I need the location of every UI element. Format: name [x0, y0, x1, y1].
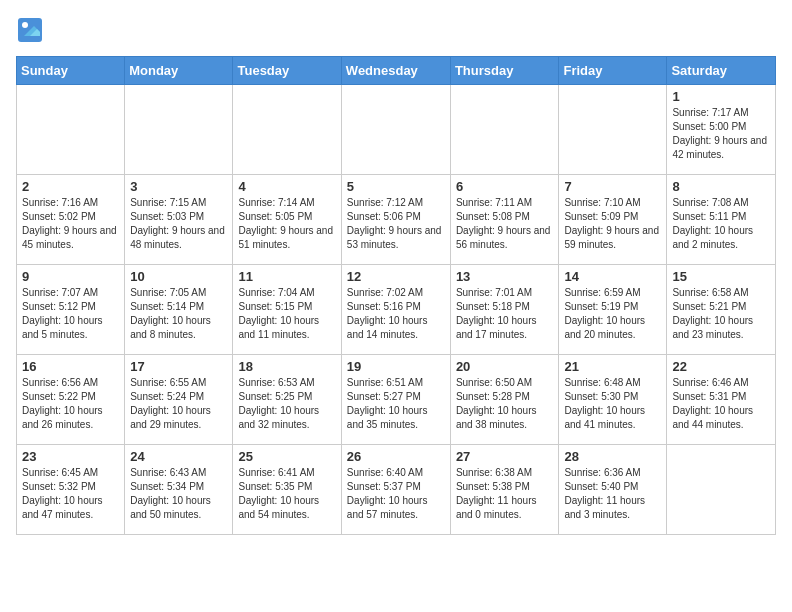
day-number: 1	[672, 89, 770, 104]
day-number: 9	[22, 269, 119, 284]
day-info: Sunrise: 7:17 AM Sunset: 5:00 PM Dayligh…	[672, 106, 770, 162]
logo-icon	[16, 16, 44, 44]
calendar-day-cell	[233, 85, 341, 175]
day-number: 2	[22, 179, 119, 194]
day-number: 17	[130, 359, 227, 374]
calendar-week-row: 2Sunrise: 7:16 AM Sunset: 5:02 PM Daylig…	[17, 175, 776, 265]
day-info: Sunrise: 6:40 AM Sunset: 5:37 PM Dayligh…	[347, 466, 445, 522]
day-of-week-header: Sunday	[17, 57, 125, 85]
day-info: Sunrise: 6:46 AM Sunset: 5:31 PM Dayligh…	[672, 376, 770, 432]
calendar-day-cell	[341, 85, 450, 175]
day-number: 3	[130, 179, 227, 194]
calendar-day-cell: 1Sunrise: 7:17 AM Sunset: 5:00 PM Daylig…	[667, 85, 776, 175]
day-number: 6	[456, 179, 554, 194]
day-number: 13	[456, 269, 554, 284]
calendar-day-cell: 26Sunrise: 6:40 AM Sunset: 5:37 PM Dayli…	[341, 445, 450, 535]
day-of-week-header: Monday	[125, 57, 233, 85]
calendar-day-cell: 22Sunrise: 6:46 AM Sunset: 5:31 PM Dayli…	[667, 355, 776, 445]
calendar-day-cell	[559, 85, 667, 175]
calendar-day-cell: 7Sunrise: 7:10 AM Sunset: 5:09 PM Daylig…	[559, 175, 667, 265]
day-info: Sunrise: 6:48 AM Sunset: 5:30 PM Dayligh…	[564, 376, 661, 432]
day-number: 11	[238, 269, 335, 284]
day-number: 21	[564, 359, 661, 374]
calendar-week-row: 1Sunrise: 7:17 AM Sunset: 5:00 PM Daylig…	[17, 85, 776, 175]
day-info: Sunrise: 7:07 AM Sunset: 5:12 PM Dayligh…	[22, 286, 119, 342]
day-number: 19	[347, 359, 445, 374]
day-info: Sunrise: 7:15 AM Sunset: 5:03 PM Dayligh…	[130, 196, 227, 252]
day-info: Sunrise: 6:36 AM Sunset: 5:40 PM Dayligh…	[564, 466, 661, 522]
calendar-day-cell: 2Sunrise: 7:16 AM Sunset: 5:02 PM Daylig…	[17, 175, 125, 265]
day-info: Sunrise: 6:56 AM Sunset: 5:22 PM Dayligh…	[22, 376, 119, 432]
calendar-day-cell	[667, 445, 776, 535]
day-number: 10	[130, 269, 227, 284]
calendar-day-cell: 3Sunrise: 7:15 AM Sunset: 5:03 PM Daylig…	[125, 175, 233, 265]
day-number: 28	[564, 449, 661, 464]
day-number: 12	[347, 269, 445, 284]
day-info: Sunrise: 7:05 AM Sunset: 5:14 PM Dayligh…	[130, 286, 227, 342]
day-number: 18	[238, 359, 335, 374]
calendar-day-cell: 28Sunrise: 6:36 AM Sunset: 5:40 PM Dayli…	[559, 445, 667, 535]
day-info: Sunrise: 7:14 AM Sunset: 5:05 PM Dayligh…	[238, 196, 335, 252]
day-number: 20	[456, 359, 554, 374]
calendar-day-cell: 11Sunrise: 7:04 AM Sunset: 5:15 PM Dayli…	[233, 265, 341, 355]
day-info: Sunrise: 6:58 AM Sunset: 5:21 PM Dayligh…	[672, 286, 770, 342]
calendar-day-cell: 25Sunrise: 6:41 AM Sunset: 5:35 PM Dayli…	[233, 445, 341, 535]
calendar-day-cell: 27Sunrise: 6:38 AM Sunset: 5:38 PM Dayli…	[450, 445, 559, 535]
calendar-day-cell: 20Sunrise: 6:50 AM Sunset: 5:28 PM Dayli…	[450, 355, 559, 445]
day-info: Sunrise: 6:51 AM Sunset: 5:27 PM Dayligh…	[347, 376, 445, 432]
calendar-day-cell: 9Sunrise: 7:07 AM Sunset: 5:12 PM Daylig…	[17, 265, 125, 355]
logo	[16, 16, 46, 44]
day-of-week-header: Tuesday	[233, 57, 341, 85]
day-of-week-header: Thursday	[450, 57, 559, 85]
day-number: 25	[238, 449, 335, 464]
day-info: Sunrise: 6:38 AM Sunset: 5:38 PM Dayligh…	[456, 466, 554, 522]
day-number: 27	[456, 449, 554, 464]
day-info: Sunrise: 7:16 AM Sunset: 5:02 PM Dayligh…	[22, 196, 119, 252]
calendar-day-cell: 24Sunrise: 6:43 AM Sunset: 5:34 PM Dayli…	[125, 445, 233, 535]
calendar-table: SundayMondayTuesdayWednesdayThursdayFrid…	[16, 56, 776, 535]
day-info: Sunrise: 6:53 AM Sunset: 5:25 PM Dayligh…	[238, 376, 335, 432]
calendar-day-cell: 13Sunrise: 7:01 AM Sunset: 5:18 PM Dayli…	[450, 265, 559, 355]
calendar-day-cell: 17Sunrise: 6:55 AM Sunset: 5:24 PM Dayli…	[125, 355, 233, 445]
day-info: Sunrise: 6:59 AM Sunset: 5:19 PM Dayligh…	[564, 286, 661, 342]
calendar-week-row: 23Sunrise: 6:45 AM Sunset: 5:32 PM Dayli…	[17, 445, 776, 535]
day-info: Sunrise: 6:43 AM Sunset: 5:34 PM Dayligh…	[130, 466, 227, 522]
day-number: 14	[564, 269, 661, 284]
calendar-week-row: 9Sunrise: 7:07 AM Sunset: 5:12 PM Daylig…	[17, 265, 776, 355]
day-number: 26	[347, 449, 445, 464]
day-info: Sunrise: 7:01 AM Sunset: 5:18 PM Dayligh…	[456, 286, 554, 342]
day-number: 15	[672, 269, 770, 284]
calendar-week-row: 16Sunrise: 6:56 AM Sunset: 5:22 PM Dayli…	[17, 355, 776, 445]
calendar-day-cell	[17, 85, 125, 175]
calendar-day-cell: 10Sunrise: 7:05 AM Sunset: 5:14 PM Dayli…	[125, 265, 233, 355]
calendar-day-cell: 6Sunrise: 7:11 AM Sunset: 5:08 PM Daylig…	[450, 175, 559, 265]
calendar-day-cell: 23Sunrise: 6:45 AM Sunset: 5:32 PM Dayli…	[17, 445, 125, 535]
day-number: 16	[22, 359, 119, 374]
calendar-day-cell: 15Sunrise: 6:58 AM Sunset: 5:21 PM Dayli…	[667, 265, 776, 355]
calendar-day-cell: 14Sunrise: 6:59 AM Sunset: 5:19 PM Dayli…	[559, 265, 667, 355]
day-number: 8	[672, 179, 770, 194]
day-number: 4	[238, 179, 335, 194]
calendar-header-row: SundayMondayTuesdayWednesdayThursdayFrid…	[17, 57, 776, 85]
page-header	[16, 16, 776, 44]
day-info: Sunrise: 7:12 AM Sunset: 5:06 PM Dayligh…	[347, 196, 445, 252]
calendar-day-cell: 21Sunrise: 6:48 AM Sunset: 5:30 PM Dayli…	[559, 355, 667, 445]
day-info: Sunrise: 7:02 AM Sunset: 5:16 PM Dayligh…	[347, 286, 445, 342]
day-of-week-header: Saturday	[667, 57, 776, 85]
day-of-week-header: Friday	[559, 57, 667, 85]
calendar-day-cell	[450, 85, 559, 175]
day-info: Sunrise: 6:45 AM Sunset: 5:32 PM Dayligh…	[22, 466, 119, 522]
day-info: Sunrise: 7:11 AM Sunset: 5:08 PM Dayligh…	[456, 196, 554, 252]
calendar-day-cell: 8Sunrise: 7:08 AM Sunset: 5:11 PM Daylig…	[667, 175, 776, 265]
calendar-day-cell: 12Sunrise: 7:02 AM Sunset: 5:16 PM Dayli…	[341, 265, 450, 355]
day-info: Sunrise: 7:04 AM Sunset: 5:15 PM Dayligh…	[238, 286, 335, 342]
calendar-day-cell: 5Sunrise: 7:12 AM Sunset: 5:06 PM Daylig…	[341, 175, 450, 265]
calendar-day-cell: 4Sunrise: 7:14 AM Sunset: 5:05 PM Daylig…	[233, 175, 341, 265]
calendar-day-cell	[125, 85, 233, 175]
day-number: 7	[564, 179, 661, 194]
day-number: 24	[130, 449, 227, 464]
day-of-week-header: Wednesday	[341, 57, 450, 85]
day-info: Sunrise: 6:41 AM Sunset: 5:35 PM Dayligh…	[238, 466, 335, 522]
svg-point-3	[22, 22, 28, 28]
day-info: Sunrise: 7:08 AM Sunset: 5:11 PM Dayligh…	[672, 196, 770, 252]
